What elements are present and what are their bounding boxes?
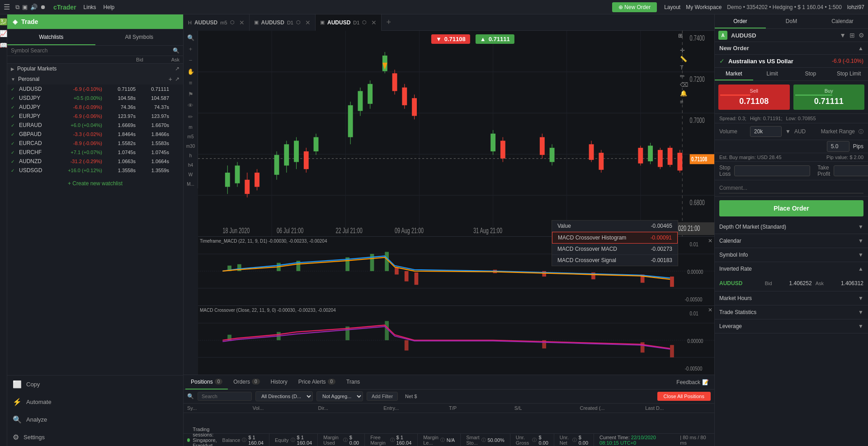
market-btn[interactable]: Market — [715, 68, 753, 80]
tab3-pop-icon[interactable]: ⬡ — [362, 19, 367, 25]
order-tab[interactable]: Order — [715, 14, 766, 28]
feedback-button[interactable]: Feedback 📝 — [673, 379, 712, 385]
settings-action[interactable]: ⚙ Settings — [7, 428, 183, 446]
all-symbols-tab[interactable]: All Symbols — [95, 29, 184, 45]
copy-action[interactable]: ⬜ Copy — [7, 376, 183, 393]
equity-info-icon[interactable]: ⓘ — [291, 437, 295, 443]
stop-loss-input[interactable] — [734, 165, 810, 176]
limit-btn[interactable]: Limit — [753, 68, 792, 80]
tab2-close-icon[interactable]: ✕ — [305, 19, 311, 26]
text-icon[interactable]: T — [680, 64, 688, 71]
close-all-positions-button[interactable]: Close All Positions — [657, 392, 711, 401]
symbol-row[interactable]: ✓ EURCHF +7.1 (+0.07%) 1.0745s 1.0745s — [7, 148, 183, 157]
eraser-icon[interactable]: ⌫ — [680, 81, 688, 88]
trade-icon[interactable]: 💹 — [0, 18, 7, 25]
popular-markets-header[interactable]: ▶ Popular Markets ↗ — [7, 64, 183, 74]
personal-section-link-icon[interactable]: ↗ — [175, 76, 179, 82]
price-alerts-tab[interactable]: Price Alerts 0 — [293, 375, 341, 390]
new-order-button[interactable]: ⊕ New Order — [612, 2, 657, 12]
search-icon[interactable]: 🔍 — [173, 47, 179, 54]
trade-statistics-header[interactable]: Trade Statistics ▼ — [715, 305, 868, 319]
symbol-row[interactable]: ✓ EURCAD -8.9 (-0.06%) 1.5582s 1.5583s — [7, 139, 183, 148]
stop-limit-btn[interactable]: Stop Limit — [830, 68, 868, 80]
notification-icon[interactable]: 🔔 — [680, 90, 688, 97]
chart-icon[interactable]: 📈 — [0, 30, 7, 37]
symbol-row[interactable]: ✓ AUDJPY -6.8 (-0.09%) 74.36s 74.37s — [7, 103, 183, 112]
chart-tab-3[interactable]: ▣ AUDUSD D1 ⬡ ✕ — [316, 14, 382, 31]
crosshair-icon[interactable]: ✛ — [680, 47, 688, 54]
tab1-pop-icon[interactable]: ⬡ — [230, 19, 235, 25]
tab1-close-icon[interactable]: ✕ — [239, 19, 245, 26]
pencil-icon[interactable]: ✏ — [680, 73, 688, 80]
watchlists-tab[interactable]: Watchlists — [7, 29, 95, 45]
tab3-close-icon[interactable]: ✕ — [371, 19, 377, 26]
symbol-info-header[interactable]: Symbol Info ▼ — [715, 248, 868, 262]
sound-icon[interactable]: 🔊 — [30, 4, 38, 10]
depth-of-market-header[interactable]: Depth Of Market (Standard) ▼ — [715, 220, 868, 234]
free-margin-info-icon[interactable]: ⓘ — [390, 437, 395, 443]
comment-input[interactable] — [719, 183, 863, 193]
symbol-row[interactable]: ✓ AUDNZD -31.2 (-0.29%) 1.0663s 1.0664s — [7, 157, 183, 166]
links-link[interactable]: Links — [84, 4, 96, 10]
symbol-dropdown-icon[interactable]: ▼ — [840, 32, 846, 39]
line-icon[interactable]: 📏 — [680, 56, 688, 62]
leverage-header[interactable]: Leverage ▼ — [715, 319, 868, 333]
pips-input[interactable] — [827, 141, 849, 152]
chart-tab-1[interactable]: H AUDUSD m5 ⬡ ✕ — [184, 14, 250, 31]
layout-icon[interactable]: ▣ — [22, 4, 28, 10]
symbol-expand-icon[interactable]: ⊞ — [849, 32, 855, 39]
window-icon[interactable]: ⧉ — [15, 4, 19, 11]
take-profit-input[interactable] — [834, 165, 868, 176]
add-chart-tab-icon[interactable]: + — [382, 18, 396, 27]
sell-button[interactable]: Sell 0.71108 — [718, 85, 790, 110]
market-hours-header[interactable]: Market Hours ▼ — [715, 291, 868, 305]
pan-icon[interactable]: ✋ — [185, 66, 196, 77]
calendar-tab[interactable]: Calendar — [817, 14, 868, 28]
help-link[interactable]: Help — [104, 4, 115, 10]
inverted-rate-header[interactable]: Inverted Rate ▲ — [715, 262, 868, 276]
symbol-search-input[interactable] — [11, 47, 170, 54]
symbol-row[interactable]: ✓ AUDUSD -6.9 (-0.10%) 0.71105 0.71111 — [7, 85, 183, 94]
zoom-in-icon[interactable]: + — [187, 44, 194, 54]
symbol-row[interactable]: ✓ USDJPY +0.5 (0.00%) 104.58s 104.587 — [7, 94, 183, 103]
automate-action[interactable]: ⚡ Automate — [7, 393, 183, 411]
hamburger-icon[interactable]: ☰ — [4, 3, 10, 11]
symbol-row[interactable]: ✓ EURAUD +6.0 (+0.04%) 1.6669s 1.6670s — [7, 121, 183, 130]
symbol-row[interactable]: ✓ USDSGD +16.0 (+0.12%) 1.3558s 1.3559s — [7, 166, 183, 175]
draw-icon[interactable]: ✏ — [186, 112, 195, 122]
positions-tab[interactable]: Positions 0 — [185, 375, 228, 390]
tab2-pop-icon[interactable]: ⬡ — [296, 19, 301, 25]
new-order-section[interactable]: New Order ▲ — [715, 42, 868, 55]
record-icon[interactable]: ⏺ — [40, 4, 46, 10]
workspace-button[interactable]: My Workspace — [686, 4, 722, 10]
layout-button[interactable]: Layout — [664, 4, 680, 10]
zoom-out-icon[interactable]: − — [187, 55, 194, 66]
volume-input[interactable] — [750, 126, 782, 137]
symbol-row[interactable]: ✓ EURJPY -6.9 (-0.06%) 123.97s 123.97s — [7, 112, 183, 121]
market-range-info-icon[interactable]: ⓘ — [859, 128, 863, 135]
personal-section-header[interactable]: ▼ Perosnal + ↗ — [7, 74, 183, 85]
margin-used-info-icon[interactable]: ⓘ — [343, 437, 348, 443]
macd1-close-icon[interactable]: ✕ — [708, 238, 712, 244]
stop-btn[interactable]: Stop — [792, 68, 830, 80]
chart-tab-2[interactable]: ▣ AUDUSD D1 ⬡ ✕ — [250, 14, 316, 31]
smart-stop-info-icon[interactable]: ⓘ — [481, 437, 486, 443]
unr-gross-info-icon[interactable]: ⓘ — [532, 437, 537, 443]
positions-search-input[interactable] — [198, 392, 252, 401]
flag-icon[interactable]: ⚑ — [186, 89, 195, 99]
place-order-button[interactable]: Place Order — [719, 200, 863, 216]
symbol-row[interactable]: ✓ GBPAUD -3.3 (-0.02%) 1.8464s 1.8466s — [7, 130, 183, 139]
symbol-settings-icon[interactable]: ⚙ — [859, 32, 864, 39]
create-watchlist-button[interactable]: + Create new watchlist — [7, 177, 183, 190]
eye-icon[interactable]: 👁 — [186, 100, 195, 111]
buy-button[interactable]: Buy 0.71111 — [793, 85, 865, 110]
popular-markets-link-icon[interactable]: ↗ — [175, 66, 179, 72]
layers-icon[interactable]: ≡ — [187, 78, 194, 88]
magnify-icon[interactable]: 🔍 — [185, 33, 196, 43]
book-icon[interactable]: 📖 — [0, 42, 7, 49]
margin-level-info-icon[interactable]: ⓘ — [440, 437, 445, 443]
calendar-header[interactable]: Calendar ▼ — [715, 234, 868, 248]
direction-filter[interactable]: All Directions (D... — [255, 391, 313, 401]
layers-icon2[interactable]: ≡ — [680, 99, 688, 105]
add-symbol-icon[interactable]: + — [169, 75, 172, 83]
